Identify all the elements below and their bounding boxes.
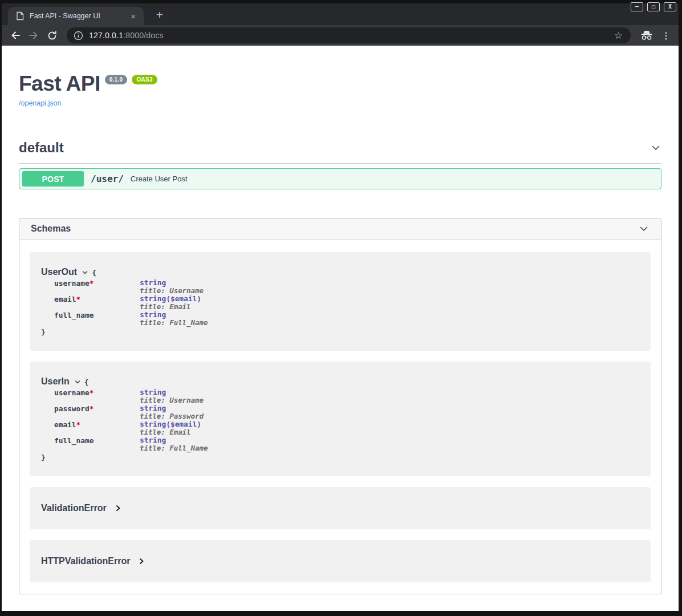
tab-close-icon[interactable]: × (128, 12, 138, 21)
property-row: password* string title: Password (41, 404, 639, 420)
chevron-down-icon[interactable] (638, 223, 649, 234)
property-name: username (54, 279, 90, 287)
bookmark-star-icon[interactable]: ☆ (612, 30, 625, 42)
required-star: * (76, 295, 81, 303)
chevron-down-icon[interactable] (82, 269, 88, 276)
property-title: title: Username (140, 396, 639, 404)
property-row: username* string title: Username (41, 279, 639, 295)
site-info-icon[interactable] (74, 31, 83, 40)
property-title: title: Username (140, 287, 639, 295)
reload-icon[interactable] (44, 27, 60, 43)
close-brace: } (41, 327, 639, 336)
chevron-down-icon[interactable] (650, 142, 661, 153)
model-validationerror: ValidationError (30, 487, 651, 529)
api-info: Fast API0.1.0OAS3 /openapi.json (19, 72, 661, 107)
model-userout: UserOut { username* (30, 252, 651, 351)
window-controls: – □ X (631, 2, 676, 11)
endpoint-path: /user/ (91, 173, 124, 184)
maximize-button[interactable]: □ (647, 2, 660, 11)
chevron-right-icon[interactable] (115, 505, 121, 512)
required-star: * (90, 404, 94, 413)
forward-icon[interactable] (26, 27, 42, 43)
property-title: title: Password (140, 412, 639, 420)
property-row: full_name string title: Full_Name (41, 311, 639, 327)
property-type: string (140, 311, 639, 319)
tab-title: Fast API - Swagger UI (30, 12, 128, 20)
property-type: string (140, 388, 639, 396)
model-httpvalidationerror-header[interactable]: HTTPValidationError (41, 555, 639, 568)
model-userin-header[interactable]: UserIn { (41, 376, 639, 387)
property-title: title: Email (140, 303, 639, 311)
model-httpvalidationerror: HTTPValidationError (30, 540, 651, 582)
required-star: * (90, 388, 94, 397)
api-title: Fast API (19, 72, 100, 95)
property-row: email* string($email) title: Email (41, 295, 639, 311)
schemas-header[interactable]: Schemas (19, 218, 661, 240)
default-section-title: default (19, 140, 64, 156)
property-type: string($email) (140, 420, 639, 428)
close-brace: } (41, 453, 639, 461)
open-brace: { (84, 378, 89, 386)
required-star: * (90, 279, 94, 287)
required-star: * (76, 420, 81, 429)
property-name: email (54, 295, 76, 303)
browser-window: – □ X Fast API - Swagger UI × + (0, 0, 682, 616)
page-content: Fast API0.1.0OAS3 /openapi.json default … (2, 46, 679, 611)
tab-strip: Fast API - Swagger UI × + (2, 3, 679, 25)
post-method-badge[interactable]: POST (22, 171, 84, 187)
chevron-right-icon[interactable] (138, 558, 145, 565)
property-name: full_name (54, 436, 94, 445)
schemas-title: Schemas (31, 224, 71, 234)
minimize-button[interactable]: – (631, 2, 643, 11)
url-text[interactable]: 127.0.0.1:8000/docs (89, 31, 612, 40)
post-user-endpoint[interactable]: POST /user/ Create User Post (19, 168, 661, 189)
chevron-down-icon[interactable] (74, 379, 81, 386)
property-name: password (54, 404, 90, 413)
section-divider (19, 163, 661, 164)
property-type: string (140, 404, 639, 412)
browser-toolbar: 127.0.0.1:8000/docs ☆ ⋮ (2, 25, 679, 46)
version-badge: 0.1.0 (105, 75, 128, 84)
property-row: email* string($email) title: Email (41, 420, 639, 436)
property-row: full_name string title: Full_Name (41, 436, 639, 452)
url-path: :8000/docs (123, 31, 164, 40)
model-validationerror-header[interactable]: ValidationError (41, 502, 639, 514)
url-host: 127.0.0.1 (89, 31, 123, 40)
property-type: string (140, 279, 639, 287)
endpoint-summary: Create User Post (131, 175, 188, 183)
close-button[interactable]: X (664, 2, 676, 11)
model-name: HTTPValidationError (41, 556, 130, 566)
schemas-section: Schemas UserOut (19, 218, 661, 594)
property-name: email (54, 420, 76, 429)
address-bar[interactable]: 127.0.0.1:8000/docs ☆ (67, 27, 631, 43)
default-section-header[interactable]: default (19, 140, 661, 156)
back-icon[interactable] (7, 27, 23, 43)
property-type: string (140, 436, 639, 444)
model-name: UserOut (41, 267, 77, 277)
default-tag-section: default POST /user/ Create User Post (19, 140, 661, 189)
openapi-spec-link[interactable]: /openapi.json (19, 99, 661, 107)
new-tab-button[interactable]: + (151, 6, 168, 23)
incognito-icon (639, 27, 655, 43)
property-type: string($email) (140, 295, 639, 303)
oas3-badge: OAS3 (132, 75, 157, 84)
property-name: full_name (54, 311, 94, 319)
property-name: username (54, 388, 90, 397)
property-row: username* string title: Username (41, 388, 639, 404)
model-properties: username* string title: Username email* … (41, 279, 639, 327)
page-icon (16, 11, 24, 21)
schemas-body: UserOut { username* (19, 240, 661, 594)
property-title: title: Full_Name (140, 319, 639, 327)
model-name: UserIn (41, 376, 70, 387)
property-title: title: Email (140, 428, 639, 436)
model-name: ValidationError (41, 503, 107, 513)
browser-tab[interactable]: Fast API - Swagger UI × (8, 7, 144, 25)
model-properties: username* string title: Username passwor… (41, 388, 639, 452)
browser-menu-icon[interactable]: ⋮ (657, 30, 672, 41)
property-title: title: Full_Name (140, 444, 639, 452)
model-userout-header[interactable]: UserOut { (41, 267, 639, 277)
open-brace: { (92, 268, 96, 277)
model-userin: UserIn { username* (30, 362, 651, 476)
